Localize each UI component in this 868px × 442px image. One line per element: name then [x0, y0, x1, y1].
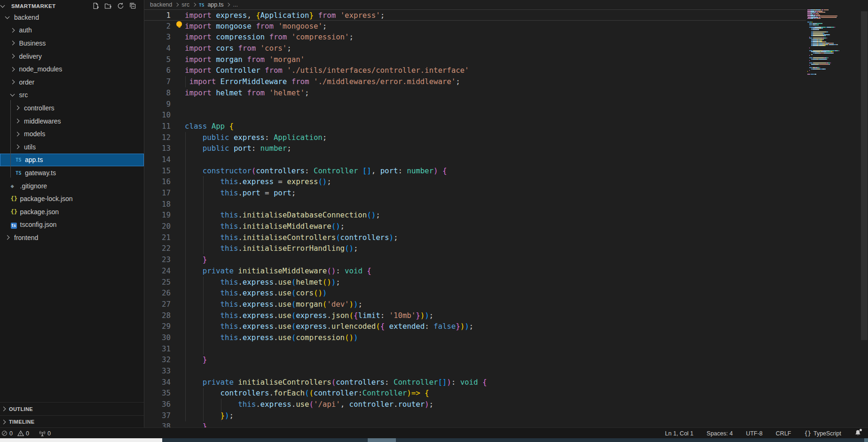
code-line-25[interactable]: 25 this.express.use(helmet());: [144, 277, 868, 288]
code-line-36[interactable]: 36 this.express.use('/api', controller.r…: [144, 399, 868, 410]
tree-item-business[interactable]: Business: [0, 37, 144, 50]
tree-item-.gitignore[interactable]: ◆.gitignore: [0, 179, 144, 193]
cursor-position[interactable]: Ln 1, Col 1: [665, 430, 693, 437]
code-line-14[interactable]: 14: [144, 154, 868, 165]
code-line-9[interactable]: 9: [144, 99, 868, 110]
chevron-down-icon[interactable]: [0, 3, 5, 8]
code-line-17[interactable]: 17 this.port = port;: [144, 187, 868, 199]
token: Controller: [394, 378, 438, 387]
code-line-2[interactable]: 2import mongoose from 'mongoose';: [144, 21, 868, 32]
code-line-20[interactable]: 20 this.initialiseMiddleware();: [144, 221, 868, 232]
tree-item-src[interactable]: src: [0, 89, 144, 102]
tree-item-backend[interactable]: backend: [0, 11, 144, 24]
breadcrumb-item-file[interactable]: app.ts: [207, 1, 223, 8]
token: [185, 333, 221, 342]
horizontal-scrollbar-track[interactable]: [162, 438, 868, 442]
code-line-6[interactable]: 6import Controller from './utils/interfa…: [144, 65, 868, 76]
code-line-15[interactable]: 15 constructor(controllers: Controller […: [144, 165, 868, 177]
token: .: [238, 288, 242, 297]
tree-item-app.ts[interactable]: TSapp.ts: [0, 154, 144, 167]
code-line-33[interactable]: 33: [144, 365, 868, 377]
token: compression: [216, 32, 265, 41]
eol-setting[interactable]: CRLF: [776, 430, 791, 437]
code-line-12[interactable]: 12 public express: Application;: [144, 132, 868, 143]
code-line-32[interactable]: 32 }: [144, 354, 868, 365]
token: ;: [349, 32, 354, 41]
code-line-34[interactable]: 34 private initialiseControllers(control…: [144, 377, 868, 388]
braces-icon: {}: [804, 430, 811, 437]
minimap[interactable]: [807, 9, 842, 75]
code-line-13[interactable]: 13 public port: number;: [144, 143, 868, 154]
tree-item-package-lock.json[interactable]: {}package-lock.json: [0, 192, 144, 205]
new-folder-icon[interactable]: [104, 2, 112, 9]
tree-item-utils[interactable]: utils: [0, 140, 144, 154]
vertical-scrollbar[interactable]: [860, 0, 868, 438]
code-line-30[interactable]: 30 this.express.use(compression()): [144, 332, 868, 343]
indentation-setting[interactable]: Spaces: 4: [707, 430, 733, 437]
token: .: [394, 400, 398, 409]
code-line-16[interactable]: 16 this.express = express();: [144, 176, 868, 187]
tree-item-tsconfig.json[interactable]: tstsconfig.json: [0, 218, 144, 232]
code-line-27[interactable]: 27 this.express.use(morgan('dev'));: [144, 299, 868, 310]
code-line-4[interactable]: 4import cors from 'cors';: [144, 43, 868, 54]
token: extended: [389, 322, 425, 331]
tree-item-node-modules[interactable]: node_modules: [0, 62, 144, 76]
code-line-29[interactable]: 29 this.express.use(express.urlencoded({…: [144, 321, 868, 332]
code-line-18[interactable]: 18: [144, 199, 868, 210]
code-line-22[interactable]: 22 this.initialiseErrorHandling();: [144, 243, 868, 254]
line-number: 6: [144, 65, 171, 76]
code-line-8[interactable]: 8import helmet from 'helmet';: [144, 87, 868, 99]
minimap-token: [833, 53, 834, 54]
tree-item-package.json[interactable]: {}package.json: [0, 205, 144, 218]
token: this: [221, 244, 238, 253]
token: {: [482, 378, 487, 387]
code-line-11[interactable]: 11class App {: [144, 121, 868, 132]
token: express: [243, 322, 274, 331]
tree-item-auth[interactable]: auth: [0, 24, 144, 37]
tree-item-gateway.ts[interactable]: TSgateway.ts: [0, 166, 144, 179]
code-line-10[interactable]: 10: [144, 109, 868, 121]
tree-item-frontend[interactable]: frontend: [0, 231, 144, 244]
language-mode[interactable]: {} TypeScript: [804, 430, 841, 437]
token: (: [336, 233, 340, 242]
token: ;: [323, 22, 327, 31]
notifications-bell[interactable]: [854, 429, 861, 438]
tree-item-middlewares[interactable]: middlewares: [0, 115, 144, 128]
outline-section-header[interactable]: OUTLINE: [0, 402, 144, 415]
code-line-7[interactable]: 7 import ErrorMiddleware from './middlew…: [144, 76, 868, 87]
code-line-26[interactable]: 26 this.express.use(cors()): [144, 287, 868, 299]
encoding-setting[interactable]: UTF-8: [746, 430, 762, 437]
collapse-folders-icon[interactable]: [129, 2, 136, 9]
problems-indicator[interactable]: 0 0: [1, 430, 29, 437]
line-number: 28: [144, 310, 171, 321]
code-line-21[interactable]: 21 this.initialiseControllers(controller…: [144, 232, 868, 243]
breadcrumb-item-src[interactable]: src: [181, 1, 189, 8]
token: ;: [469, 322, 473, 331]
horizontal-scrollbar-thumb[interactable]: [368, 438, 396, 442]
ports-indicator[interactable]: 0: [39, 430, 51, 437]
tree-item-delivery[interactable]: delivery: [0, 50, 144, 63]
lightbulb-icon[interactable]: [176, 21, 182, 27]
code-line-37[interactable]: 37 });: [144, 410, 868, 421]
refresh-icon[interactable]: [117, 2, 124, 9]
scrollbar-thumb[interactable]: [861, 11, 868, 340]
code-line-23[interactable]: 23 }: [144, 254, 868, 265]
code-line-19[interactable]: 19 this.initialiseDatabaseConnection();: [144, 209, 868, 221]
tree-item-controllers[interactable]: controllers: [0, 101, 144, 115]
code-line-35[interactable]: 35 controllers.forEach((controller:Contr…: [144, 388, 868, 399]
code-line-1[interactable]: 1import express, {Application} from 'exp…: [144, 9, 806, 21]
breadcrumb-item-more[interactable]: ...: [233, 1, 237, 8]
code-line-28[interactable]: 28 this.express.use(express.json({limit:…: [144, 310, 868, 321]
token: [287, 77, 291, 86]
token: Application: [260, 11, 309, 20]
code-line-5[interactable]: 5import morgan from 'morgan': [144, 54, 868, 65]
tree-item-order[interactable]: order: [0, 76, 144, 89]
tree-item-models[interactable]: models: [0, 127, 144, 140]
code-line-3[interactable]: 3import compression from 'compression';: [144, 31, 868, 43]
line-number: 20: [144, 221, 171, 232]
code-line-31[interactable]: 31: [144, 343, 868, 355]
new-file-icon[interactable]: [92, 2, 99, 9]
breadcrumb-item-backend[interactable]: backend: [150, 1, 172, 8]
timeline-section-header[interactable]: TIMELINE: [0, 415, 144, 428]
code-line-24[interactable]: 24 private initialiseMiddleware(): void …: [144, 265, 868, 277]
